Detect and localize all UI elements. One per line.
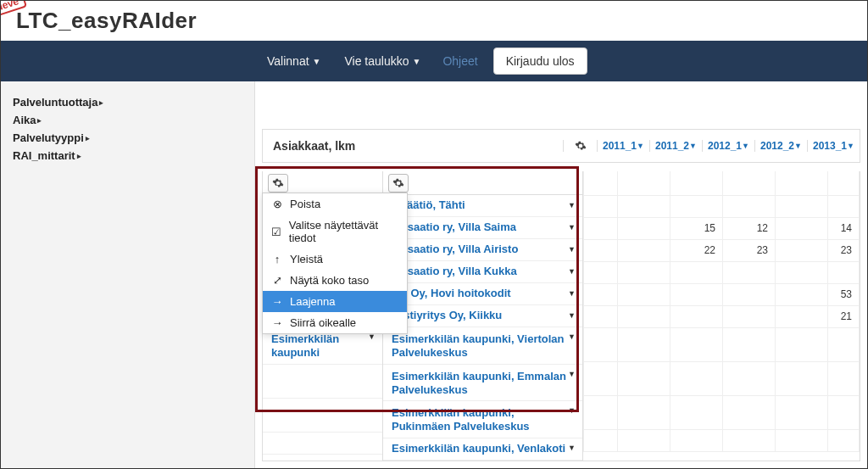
sidebar-item-label: Palvelutyyppi: [13, 131, 84, 144]
year-label: 2011_2: [655, 140, 689, 152]
caret-down-icon: ▼: [742, 142, 749, 150]
caret-down-icon: ▼: [794, 142, 802, 150]
context-label: Valitse näytettävät tiedot: [289, 219, 398, 244]
caret-down-icon: ▼: [568, 223, 576, 232]
row-unit[interactable]: Esimerkkilän kaupunki, Venlakoti▼: [383, 438, 582, 461]
caret-down-icon: ▼: [637, 142, 644, 150]
year-label: 2011_1: [603, 140, 637, 152]
row-unit[interactable]: kisäätiö, Tähti▼: [383, 195, 582, 217]
row-label: anisaatio ry, Villa Saima: [392, 221, 516, 234]
caret-down-icon: ▼: [568, 245, 576, 254]
year-column-2011-1[interactable]: 2011_1▼: [597, 140, 649, 152]
context-label: Yleistä: [290, 253, 323, 265]
sidebar-item-provider[interactable]: Palveluntuottaja ▸: [13, 93, 242, 111]
caret-down-icon: ▼: [313, 57, 321, 66]
row-unit[interactable]: Esimerkkilän kaupunki, Emmalan Palveluke…: [383, 365, 582, 402]
row-label: anisaatio ry, Villa Airisto: [392, 243, 518, 256]
row-label: Esimerkkilän kaupunki, Venlakoti: [392, 442, 565, 455]
context-expand[interactable]: → Laajenna: [263, 291, 407, 312]
context-label: Siirrä oikealle: [290, 316, 356, 329]
nav-export-label: Vie taulukko: [344, 54, 409, 68]
context-move-right[interactable]: → Siirrä oikealle: [263, 312, 407, 333]
context-remove[interactable]: ⊗ Poista: [263, 193, 407, 215]
row-gear-button-1[interactable]: [268, 174, 288, 193]
row-unit[interactable]: anisaatio ry, Villa Saima▼: [383, 217, 582, 239]
measure-title: Asiakkaat, lkm: [263, 139, 355, 153]
gear-icon: [575, 140, 587, 152]
row-label: tys Oy, Hovi hoitokodit: [392, 287, 511, 300]
row-label: Esimerkkilän kaupunki, Pukinmäen Palvelu…: [392, 406, 568, 434]
caret-right-icon: ▸: [86, 134, 90, 142]
row-label: Testiyritys Oy, Kiikku: [392, 309, 502, 322]
caret-down-icon: ▼: [689, 142, 697, 150]
sidebar-item-time[interactable]: Aika ▸: [13, 111, 242, 129]
row-unit[interactable]: Esimerkkilän kaupunki, Pukinmäen Palvelu…: [383, 401, 582, 438]
row-group-label: Esimerkkilän kaupunki: [271, 332, 368, 360]
sidebar-item-label: Aika: [13, 114, 36, 126]
row-unit[interactable]: anisaatio ry, Villa Kukka▼: [383, 261, 582, 283]
year-column-2013-1[interactable]: 2013_1▼: [807, 140, 860, 152]
caret-down-icon: ▼: [568, 311, 576, 321]
gear-icon: [272, 177, 284, 189]
year-label: 2012_2: [760, 140, 794, 152]
caret-down-icon: ▼: [568, 289, 576, 299]
year-column-2011-2[interactable]: 2011_2▼: [649, 140, 702, 152]
year-label: 2013_1: [813, 140, 847, 152]
caret-down-icon: ▼: [568, 201, 576, 210]
nav-help[interactable]: Ohjeet: [432, 54, 487, 68]
caret-down-icon: ▼: [847, 142, 854, 150]
row-unit[interactable]: Esimerkkilän kaupunki, Viertolan Palvelu…: [383, 327, 582, 365]
app-title: LTC_easyRAIder: [16, 8, 852, 34]
nav-options[interactable]: Valinnat ▼: [255, 54, 332, 68]
caret-right-icon: ▸: [37, 116, 42, 125]
year-label: 2012_1: [708, 140, 742, 152]
row-label: anisaatio ry, Villa Kukka: [392, 265, 517, 278]
sidebar-item-rai[interactable]: RAI_mittarit ▸: [13, 147, 242, 165]
row-unit[interactable]: tys Oy, Hovi hoitokodit▼: [383, 283, 582, 305]
column-gear-button[interactable]: [563, 140, 597, 152]
gear-icon: [392, 177, 404, 189]
caret-right-icon: ▸: [99, 98, 103, 107]
year-column-2012-1[interactable]: 2012_1▼: [702, 140, 754, 152]
arrow-right-icon: →: [271, 295, 283, 308]
context-generalize[interactable]: ↑ Yleistä: [263, 248, 407, 270]
nav-options-label: Valinnat: [267, 54, 309, 68]
sidebar-item-label: RAI_mittarit: [13, 149, 75, 162]
caret-down-icon: ▼: [568, 406, 576, 416]
remove-icon: ⊗: [271, 198, 283, 210]
caret-down-icon: ▼: [568, 267, 576, 276]
caret-down-icon: ▼: [568, 444, 576, 453]
context-menu: ⊗ Poista ☑ Valitse näytettävät tiedot ↑ …: [262, 193, 408, 334]
row-gear-button-2[interactable]: [388, 174, 409, 193]
caret-right-icon: ▸: [77, 152, 81, 160]
context-select-visible[interactable]: ☑ Valitse näytettävät tiedot: [263, 215, 407, 248]
logout-button[interactable]: Kirjaudu ulos: [493, 47, 587, 75]
row-unit[interactable]: anisaatio ry, Villa Airisto▼: [383, 239, 582, 261]
arrow-up-icon: ↑: [271, 253, 283, 265]
caret-down-icon: ▼: [568, 370, 576, 379]
caret-down-icon: ▼: [568, 332, 576, 342]
checklist-icon: ☑: [271, 226, 282, 238]
arrow-right-icon: →: [271, 316, 283, 329]
context-show-all[interactable]: ⤢ Näytä koko taso: [263, 270, 407, 291]
year-column-2012-2[interactable]: 2012_2▼: [754, 140, 807, 152]
data-table: 151214 222323 53 21: [583, 171, 860, 452]
row-label: Esimerkkilän kaupunki, Viertolan Palvelu…: [392, 332, 568, 360]
sidebar-item-servicetype[interactable]: Palvelutyyppi ▸: [13, 129, 242, 147]
nav-export[interactable]: Vie taulukko ▼: [332, 54, 432, 68]
context-label: Poista: [290, 198, 320, 210]
expand-all-icon: ⤢: [271, 274, 283, 287]
sidebar-item-label: Palveluntuottaja: [13, 96, 97, 109]
row-unit[interactable]: Testiyritys Oy, Kiikku▼: [383, 305, 582, 327]
row-label: Esimerkkilän kaupunki, Emmalan Palveluke…: [392, 370, 568, 398]
context-label: Laajenna: [290, 295, 336, 308]
context-label: Näytä koko taso: [290, 274, 369, 287]
caret-down-icon: ▼: [412, 57, 420, 66]
